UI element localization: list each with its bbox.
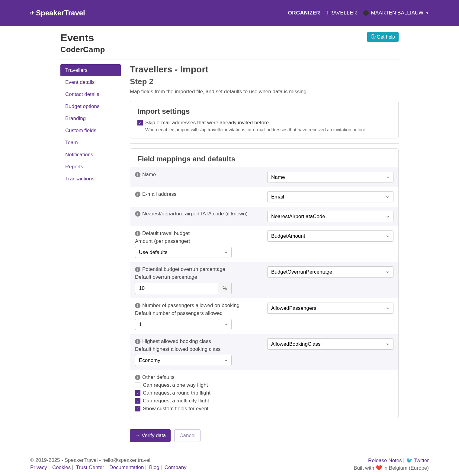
class-mapping-select[interactable]: AllowedBookingClass bbox=[267, 338, 393, 350]
info-icon: i bbox=[135, 211, 140, 217]
info-icon: i bbox=[135, 267, 140, 272]
user-name: MAARTEN BALLIAUW bbox=[371, 10, 424, 16]
oneway-checkbox[interactable] bbox=[135, 382, 140, 388]
twitter-icon: 🐦 bbox=[406, 458, 412, 463]
divider bbox=[60, 59, 399, 59]
help-icon: ⓘ bbox=[371, 34, 376, 40]
custom-checkbox[interactable]: ✓ bbox=[135, 406, 140, 411]
footer-cookies[interactable]: Cookies bbox=[52, 465, 71, 470]
footer-company[interactable]: Company bbox=[165, 465, 187, 470]
content-desc: Map fields from the imported file, and s… bbox=[130, 89, 399, 95]
sidebar-item-contact-details[interactable]: Contact details bbox=[60, 88, 121, 100]
footer-blog[interactable]: Blog bbox=[149, 465, 159, 470]
field-row-name: iName Name bbox=[130, 167, 398, 187]
copyright: © 2019-2025 - SpeakerTravel - hello@spea… bbox=[30, 457, 187, 463]
passengers-mapping-select[interactable]: AllowedPassengers bbox=[267, 303, 393, 314]
field-row-overrun: iPotential budget overrun percentage Def… bbox=[130, 262, 398, 298]
nav-organizer[interactable]: ORGANIZER bbox=[288, 10, 320, 16]
sidebar: Travellers Event details Contact details… bbox=[60, 64, 121, 451]
import-settings-title: Import settings bbox=[137, 107, 391, 116]
sidebar-item-branding[interactable]: Branding bbox=[60, 113, 121, 125]
field-mappings-card: Field mappings and defaults iName Name i… bbox=[130, 148, 399, 418]
field-row-other: iOther defaults Can request a one way fl… bbox=[130, 370, 398, 418]
email-mapping-select[interactable]: Email bbox=[267, 191, 393, 202]
info-icon: i bbox=[135, 339, 140, 344]
footer-docs[interactable]: Documentation bbox=[109, 465, 144, 470]
footer-release-notes[interactable]: Release Notes bbox=[368, 458, 402, 463]
get-help-button[interactable]: ⓘ Get help bbox=[367, 32, 399, 42]
brand-logo[interactable]: ✈ SpeakerTravel bbox=[30, 9, 85, 17]
multi-checkbox[interactable]: ✓ bbox=[135, 398, 140, 404]
overrun-mapping-select[interactable]: BudgetOverrunPercentage bbox=[267, 266, 393, 278]
skip-emails-checkbox[interactable]: ✓ bbox=[137, 120, 143, 125]
footer-privacy[interactable]: Privacy bbox=[30, 465, 47, 470]
info-icon: i bbox=[135, 231, 140, 236]
sidebar-item-team[interactable]: Team bbox=[60, 137, 121, 149]
footer: © 2019-2025 - SpeakerTravel - hello@spea… bbox=[0, 451, 459, 476]
nav-traveller[interactable]: TRAVELLER bbox=[326, 10, 357, 16]
import-settings-card: Import settings ✓ Skip e-mail addresses … bbox=[130, 101, 399, 138]
footer-twitter[interactable]: Twitter bbox=[414, 458, 429, 463]
skip-emails-help: When enabled, import will skip traveller… bbox=[145, 127, 391, 132]
info-icon: i bbox=[135, 375, 140, 380]
footer-trust[interactable]: Trust Center bbox=[76, 465, 104, 470]
class-default-select[interactable]: Economy bbox=[135, 355, 232, 366]
sidebar-item-travellers[interactable]: Travellers bbox=[60, 64, 121, 76]
budget-default-select[interactable]: Use defaults bbox=[135, 247, 232, 258]
budget-mapping-select[interactable]: BudgetAmount bbox=[267, 230, 393, 242]
sidebar-item-budget-options[interactable]: Budget options bbox=[60, 100, 121, 113]
plane-icon: ✈ bbox=[30, 10, 35, 16]
chevron-down-icon: ▼ bbox=[426, 11, 429, 15]
content-step: Step 2 bbox=[130, 77, 399, 86]
airport-mapping-select[interactable]: NearestAirportIataCode bbox=[267, 211, 393, 222]
sidebar-item-custom-fields[interactable]: Custom fields bbox=[60, 125, 121, 137]
field-row-budget: iDefault travel budget Amount (per passe… bbox=[130, 226, 398, 262]
field-row-passengers: iNumber of passengers allowed on booking… bbox=[130, 298, 398, 334]
percent-addon: % bbox=[218, 283, 232, 294]
passengers-default-select[interactable]: 1 bbox=[135, 319, 232, 330]
sidebar-item-event-details[interactable]: Event details bbox=[60, 76, 121, 88]
avatar bbox=[363, 10, 369, 16]
info-icon: i bbox=[135, 192, 140, 197]
info-icon: i bbox=[135, 303, 140, 308]
field-mappings-title: Field mappings and defaults bbox=[130, 155, 398, 163]
round-checkbox[interactable]: ✓ bbox=[135, 390, 140, 396]
top-header: ✈ SpeakerTravel ORGANIZER TRAVELLER MAAR… bbox=[0, 0, 459, 26]
sidebar-item-reports[interactable]: Reports bbox=[60, 161, 121, 173]
page-title: Events bbox=[60, 32, 105, 44]
field-row-email: iE-mail address Email bbox=[130, 187, 398, 207]
divider bbox=[130, 143, 399, 144]
arrow-right-icon: → bbox=[135, 433, 140, 439]
skip-emails-label: Skip e-mail addresses that were already … bbox=[145, 120, 269, 126]
field-row-class: iHighest allowed booking class Default h… bbox=[130, 334, 398, 370]
sidebar-item-transactions[interactable]: Transactions bbox=[60, 173, 121, 185]
content-title: Travellers - Import bbox=[130, 64, 399, 75]
page-subtitle: CoderCamp bbox=[60, 45, 105, 54]
footer-built-with: Built with ❤️ in Belgium (Europe) bbox=[354, 465, 429, 471]
divider bbox=[130, 423, 399, 423]
sidebar-item-notifications[interactable]: Notifications bbox=[60, 149, 121, 161]
verify-data-button[interactable]: → Verify data bbox=[130, 429, 171, 442]
brand-name: SpeakerTravel bbox=[36, 9, 85, 17]
user-menu[interactable]: MAARTEN BALLIAUW ▼ bbox=[363, 10, 429, 16]
name-mapping-select[interactable]: Name bbox=[267, 172, 393, 183]
field-row-airport: iNearest/departure airport IATA code (if… bbox=[130, 207, 398, 226]
cancel-button[interactable]: Cancel bbox=[174, 429, 201, 442]
info-icon: i bbox=[135, 172, 140, 177]
overrun-default-input[interactable] bbox=[135, 283, 218, 294]
